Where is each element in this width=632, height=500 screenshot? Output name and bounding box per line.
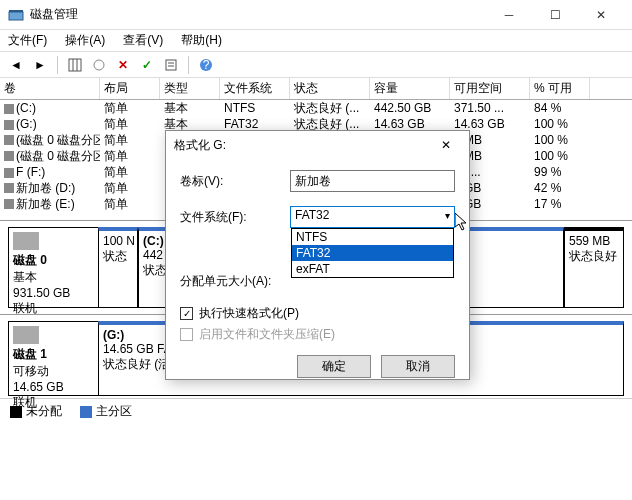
col-status[interactable]: 状态: [290, 78, 370, 99]
legend-primary: 主分区: [80, 403, 132, 420]
filesystem-value: FAT32: [295, 208, 329, 222]
svg-rect-0: [9, 12, 23, 20]
disk-0-status: 联机: [13, 300, 94, 317]
svg-text:?: ?: [203, 58, 210, 72]
check-icon[interactable]: ✓: [137, 55, 157, 75]
col-fs[interactable]: 文件系统: [220, 78, 290, 99]
disk-0-type: 基本: [13, 269, 94, 286]
menu-help[interactable]: 帮助(H): [179, 30, 224, 51]
partition[interactable]: 559 MB状态良好: [564, 227, 624, 308]
chevron-down-icon: ▾: [445, 210, 450, 221]
cancel-button[interactable]: 取消: [381, 355, 455, 378]
menu-file[interactable]: 文件(F): [6, 30, 49, 51]
col-free[interactable]: 可用空间: [450, 78, 530, 99]
delete-icon[interactable]: ✕: [113, 55, 133, 75]
refresh-icon[interactable]: [89, 55, 109, 75]
properties-icon[interactable]: [161, 55, 181, 75]
compress-label: 启用文件和文件夹压缩(E): [199, 326, 335, 343]
fs-option-exfat[interactable]: exFAT: [292, 261, 453, 277]
back-icon[interactable]: ◄: [6, 55, 26, 75]
col-layout[interactable]: 布局: [100, 78, 160, 99]
label-volume: 卷标(V):: [180, 173, 290, 190]
svg-rect-2: [69, 59, 81, 71]
disk-icon: [13, 326, 39, 344]
window-title: 磁盘管理: [30, 6, 486, 23]
maximize-button[interactable]: ☐: [532, 0, 578, 30]
columns-icon[interactable]: [65, 55, 85, 75]
ok-button[interactable]: 确定: [297, 355, 371, 378]
fs-option-ntfs[interactable]: NTFS: [292, 229, 453, 245]
quick-format-label: 执行快速格式化(P): [199, 305, 299, 322]
disk-0-size: 931.50 GB: [13, 286, 94, 300]
partition[interactable]: 100 N状态: [98, 227, 138, 308]
help-icon[interactable]: ?: [196, 55, 216, 75]
format-dialog: 格式化 G: ✕ 卷标(V): 文件系统(F): FAT32 ▾ NTFS FA…: [165, 130, 470, 380]
forward-icon[interactable]: ►: [30, 55, 50, 75]
svg-rect-1: [9, 10, 23, 12]
col-pct[interactable]: % 可用: [530, 78, 590, 99]
disk-1-size: 14.65 GB: [13, 380, 94, 394]
disk-0-info[interactable]: 磁盘 0 基本 931.50 GB 联机: [8, 227, 98, 308]
menu-view[interactable]: 查看(V): [121, 30, 165, 51]
disk-1-type: 可移动: [13, 363, 94, 380]
filesystem-select[interactable]: FAT32 ▾ NTFS FAT32 exFAT: [290, 206, 455, 228]
col-volume[interactable]: 卷: [0, 78, 100, 99]
compress-checkbox: [180, 328, 193, 341]
dialog-close-icon[interactable]: ✕: [431, 133, 461, 157]
col-capacity[interactable]: 容量: [370, 78, 450, 99]
col-type[interactable]: 类型: [160, 78, 220, 99]
volume-label-input[interactable]: [290, 170, 455, 192]
fs-option-fat32[interactable]: FAT32: [292, 245, 453, 261]
disk-0-name: 磁盘 0: [13, 252, 94, 269]
menu-action[interactable]: 操作(A): [63, 30, 107, 51]
disk-1-info[interactable]: 磁盘 1 可移动 14.65 GB 联机: [8, 321, 98, 396]
cursor-icon: [455, 213, 471, 236]
filesystem-dropdown: NTFS FAT32 exFAT: [291, 228, 454, 278]
quick-format-checkbox[interactable]: ✓: [180, 307, 193, 320]
disk-icon: [13, 232, 39, 250]
svg-point-5: [94, 60, 104, 70]
volume-row[interactable]: (C:)简单基本NTFS状态良好 (...442.50 GB371.50 ...…: [0, 100, 632, 116]
dialog-title: 格式化 G:: [174, 137, 431, 154]
label-allocation: 分配单元大小(A):: [180, 273, 290, 290]
legend-unalloc: 未分配: [10, 403, 62, 420]
label-filesystem: 文件系统(F):: [180, 209, 290, 226]
app-icon: [8, 7, 24, 23]
minimize-button[interactable]: ─: [486, 0, 532, 30]
svg-rect-6: [166, 60, 176, 70]
disk-1-name: 磁盘 1: [13, 346, 94, 363]
close-button[interactable]: ✕: [578, 0, 624, 30]
